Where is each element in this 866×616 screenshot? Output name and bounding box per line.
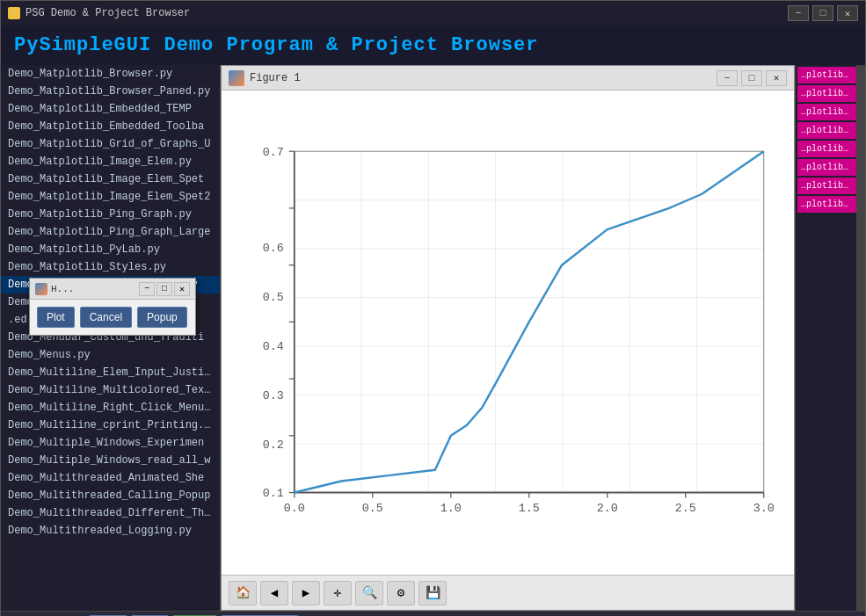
file-item[interactable]: Demo_Multiple_Windows_read_all_w bbox=[1, 452, 220, 469]
file-item[interactable]: Demo_Matplotlib_Image_Elem_Spet bbox=[1, 170, 220, 188]
figure-title-left: Figure 1 bbox=[229, 70, 301, 86]
popup-title-bar: H... − □ ✕ bbox=[30, 279, 195, 300]
file-item[interactable]: Demo_Matplotlib_Browser.py bbox=[1, 65, 220, 83]
maximize-button[interactable]: □ bbox=[812, 5, 833, 21]
matplotlib-chart: 0.1 0.2 0.3 0.4 0.5 0.6 0.7 0.0 0.5 1.0 bbox=[230, 99, 785, 566]
right-panel-item[interactable]: …plotlib_Pin bbox=[797, 122, 856, 139]
figure-icon bbox=[229, 70, 244, 86]
popup-content: Plot Cancel Popup bbox=[30, 300, 195, 335]
file-list-panel: Demo_Matplotlib_Browser.py Demo_Matplotl… bbox=[1, 65, 221, 611]
svg-text:1.0: 1.0 bbox=[440, 502, 462, 515]
popup-title-text: H... bbox=[51, 284, 74, 294]
svg-text:2.5: 2.5 bbox=[675, 502, 696, 515]
figure-title: Figure 1 bbox=[250, 72, 301, 84]
app-icon: ⚡ bbox=[8, 7, 20, 19]
svg-text:0.5: 0.5 bbox=[362, 502, 383, 515]
figure-back-button[interactable]: ◀ bbox=[260, 581, 288, 605]
figure-title-bar: Figure 1 − □ ✕ bbox=[222, 66, 794, 91]
bottom-controls: Filter (F1): Run Edit Clear Open Folder … bbox=[1, 611, 865, 616]
file-item[interactable]: Demo_Matplotlib_Embedded_TEMP bbox=[1, 100, 220, 118]
right-panel-item[interactable]: …plotlib_Two bbox=[797, 178, 856, 194]
file-item[interactable]: Demo_Multithreaded_Logging.py bbox=[1, 522, 220, 540]
file-item[interactable]: Demo_Matplotlib_Styles.py bbox=[1, 258, 220, 276]
file-item[interactable]: Demo_Multithreaded_Calling_Popup bbox=[1, 487, 220, 504]
app-title: PySimpleGUI Demo Program & Project Brows… bbox=[1, 25, 865, 65]
file-item[interactable]: Demo_Multiline_Elem_Input_Justific bbox=[1, 364, 220, 381]
figure-controls: − □ ✕ bbox=[717, 70, 787, 86]
popup-maximize-button[interactable]: □ bbox=[156, 282, 172, 296]
file-item[interactable]: Demo_Matplotlib_Image_Elem_Spet2 bbox=[1, 188, 220, 206]
title-bar-left: ⚡ PSG Demo & Project Browser bbox=[8, 7, 190, 19]
svg-text:0.7: 0.7 bbox=[263, 146, 284, 159]
file-item[interactable]: Demo_Matplotlib_Ping_Graph_Large bbox=[1, 223, 220, 241]
file-item[interactable]: Demo_Matplotlib_PyLab.py bbox=[1, 241, 220, 258]
close-button[interactable]: ✕ bbox=[837, 5, 858, 21]
right-panel-item[interactable]: …plotlib_Pin bbox=[797, 85, 856, 102]
file-item[interactable]: Demo_Multiline_Right_Click_Menu_C bbox=[1, 399, 220, 417]
file-item[interactable]: Demo_Matplotlib_Image_Elem.py bbox=[1, 153, 220, 170]
figure-minimize-button[interactable]: − bbox=[717, 70, 738, 86]
figure-close-button[interactable]: ✕ bbox=[766, 70, 787, 86]
popup-window: H... − □ ✕ Plot Cancel Popup bbox=[29, 278, 196, 336]
popup-icon bbox=[35, 283, 47, 295]
plot-button[interactable]: Plot bbox=[37, 307, 75, 328]
svg-text:0.0: 0.0 bbox=[284, 502, 305, 515]
title-bar-controls: − □ ✕ bbox=[788, 5, 858, 21]
figure-window: Figure 1 − □ ✕ bbox=[221, 65, 795, 611]
right-panel-item[interactable]: …plotlib_Pin bbox=[797, 104, 856, 120]
right-panel: …plotlib_Pin …plotlib_Pin …plotlib_Pin …… bbox=[795, 65, 865, 611]
figure-forward-button[interactable]: ▶ bbox=[292, 581, 320, 605]
file-item[interactable]: Demo_Matplotlib_Browser_Paned.py bbox=[1, 83, 220, 100]
main-content: Demo_Matplotlib_Browser.py Demo_Matplotl… bbox=[1, 65, 865, 611]
svg-text:0.1: 0.1 bbox=[263, 487, 284, 500]
figure-move-button[interactable]: ✛ bbox=[324, 581, 352, 605]
main-window: ⚡ PSG Demo & Project Browser − □ ✕ PySim… bbox=[0, 0, 866, 616]
file-item[interactable]: Demo_Multiline_cprint_Printing.py bbox=[1, 417, 220, 434]
svg-text:1.5: 1.5 bbox=[519, 502, 540, 515]
svg-text:0.4: 0.4 bbox=[263, 340, 284, 353]
minimize-button[interactable]: − bbox=[788, 5, 809, 21]
svg-text:0.3: 0.3 bbox=[263, 389, 284, 402]
figure-toolbar: 🏠 ◀ ▶ ✛ 🔍 ⚙ 💾 bbox=[222, 575, 794, 610]
figure-home-button[interactable]: 🏠 bbox=[229, 581, 257, 605]
file-item[interactable]: Demo_Multiple_Windows_Experimen bbox=[1, 434, 220, 452]
svg-text:0.6: 0.6 bbox=[263, 242, 284, 255]
right-panel-item[interactable]: …plotlib_Two bbox=[797, 196, 856, 213]
figure-save-button[interactable]: 💾 bbox=[418, 581, 447, 605]
right-panel-item[interactable]: …plotlib_Styl bbox=[797, 159, 856, 176]
file-item[interactable]: Demo_Multiline_Multicolored_Text.p bbox=[1, 381, 220, 399]
popup-controls: − □ ✕ bbox=[139, 282, 190, 296]
figure-area: Figure 1 − □ ✕ bbox=[221, 65, 795, 611]
title-bar: ⚡ PSG Demo & Project Browser − □ ✕ bbox=[1, 1, 865, 25]
right-panel-item[interactable]: …plotlib_Pin bbox=[797, 67, 856, 83]
cancel-button[interactable]: Cancel bbox=[80, 307, 132, 328]
popup-title-left: H... bbox=[35, 283, 74, 295]
figure-zoom-button[interactable]: 🔍 bbox=[355, 581, 383, 605]
figure-maximize-button[interactable]: □ bbox=[741, 70, 762, 86]
file-item[interactable]: Demo_Matplotlib_Embedded_Toolba bbox=[1, 118, 220, 135]
svg-text:2.0: 2.0 bbox=[597, 502, 618, 515]
file-item[interactable]: Demo_Multithreaded_Different_Threa bbox=[1, 504, 220, 522]
file-item[interactable]: Demo_Matplotlib_Ping_Graph.py bbox=[1, 206, 220, 223]
svg-text:0.5: 0.5 bbox=[263, 291, 284, 304]
file-item[interactable]: Demo_Matplotlib_Grid_of_Graphs_U bbox=[1, 135, 220, 153]
svg-text:3.0: 3.0 bbox=[753, 502, 775, 515]
right-panel-item[interactable]: …plotlib_PyL bbox=[797, 141, 856, 157]
svg-text:0.2: 0.2 bbox=[263, 438, 284, 452]
popup-close-button[interactable]: ✕ bbox=[174, 282, 190, 296]
file-item[interactable]: Demo_Multithreaded_Animated_She bbox=[1, 469, 220, 487]
window-title: PSG Demo & Project Browser bbox=[25, 7, 190, 19]
figure-settings-button[interactable]: ⚙ bbox=[387, 581, 415, 605]
file-item[interactable]: Demo_Menus.py bbox=[1, 346, 220, 364]
chart-container: 0.1 0.2 0.3 0.4 0.5 0.6 0.7 0.0 0.5 1.0 bbox=[222, 91, 794, 575]
popup-minimize-button[interactable]: − bbox=[139, 282, 155, 296]
popup-button[interactable]: Popup bbox=[137, 307, 187, 328]
